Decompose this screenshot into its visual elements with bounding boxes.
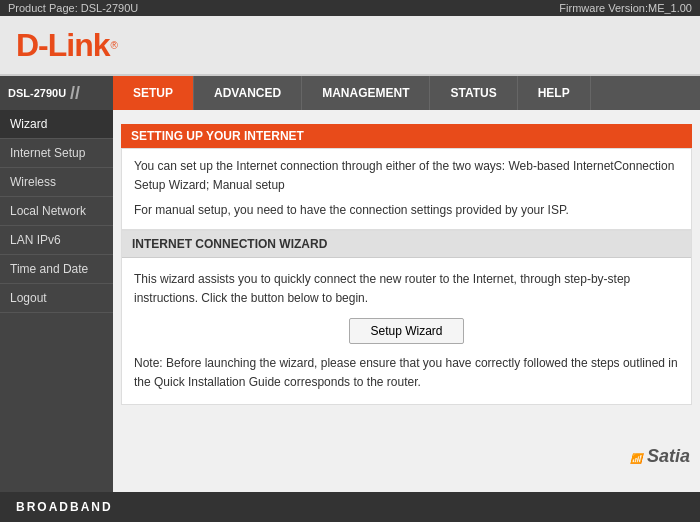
intro-paragraph-2: For manual setup, you need to have the c… xyxy=(134,201,679,220)
firmware-label: Firmware Version:ME_1.00 xyxy=(559,2,692,14)
setup-wizard-button[interactable]: Setup Wizard xyxy=(349,318,463,344)
intro-paragraph-1: You can set up the Internet connection t… xyxy=(134,157,679,195)
wizard-box: INTERNET CONNECTION WIZARD This wizard a… xyxy=(121,230,692,406)
sidebar: Wizard Internet Setup Wireless Local Net… xyxy=(0,110,113,492)
tab-setup[interactable]: SETUP xyxy=(113,76,194,110)
brand-label: BROADBAND xyxy=(16,500,113,514)
header: D-Link® xyxy=(0,16,700,76)
top-bar: Product Page: DSL-2790U Firmware Version… xyxy=(0,0,700,16)
router-model-label: DSL-2790U // xyxy=(0,76,113,110)
nav-tabs: DSL-2790U // SETUP ADVANCED MANAGEMENT S… xyxy=(0,76,700,110)
sidebar-item-time-and-date[interactable]: Time and Date xyxy=(0,255,113,284)
tab-management[interactable]: MANAGEMENT xyxy=(302,76,430,110)
logo-trademark: ® xyxy=(111,40,118,51)
wizard-body: This wizard assists you to quickly conne… xyxy=(122,258,691,405)
intro-text: You can set up the Internet connection t… xyxy=(121,148,692,230)
sidebar-item-local-network[interactable]: Local Network xyxy=(0,197,113,226)
wizard-header: INTERNET CONNECTION WIZARD xyxy=(122,231,691,258)
wizard-note: Note: Before launching the wizard, pleas… xyxy=(134,354,679,392)
sidebar-item-lan-ipv6[interactable]: LAN IPv6 xyxy=(0,226,113,255)
tab-advanced[interactable]: ADVANCED xyxy=(194,76,302,110)
sidebar-item-wizard[interactable]: Wizard xyxy=(0,110,113,139)
main-layout: Wizard Internet Setup Wireless Local Net… xyxy=(0,110,700,492)
tab-status[interactable]: STATUS xyxy=(430,76,517,110)
sidebar-item-logout[interactable]: Logout xyxy=(0,284,113,313)
satia-icon: 📶 xyxy=(630,453,642,464)
product-label: Product Page: DSL-2790U xyxy=(8,2,138,14)
logo-text: D-Link xyxy=(16,27,110,64)
logo: D-Link® xyxy=(16,27,118,64)
sidebar-item-internet-setup[interactable]: Internet Setup xyxy=(0,139,113,168)
tab-help[interactable]: HELP xyxy=(518,76,591,110)
satia-logo: 📶 Satia xyxy=(630,446,690,467)
footer-brand: BROADBAND xyxy=(0,492,700,522)
satia-text: Satia xyxy=(647,446,690,466)
sidebar-item-wireless[interactable]: Wireless xyxy=(0,168,113,197)
intro-section: SETTING UP YOUR INTERNET You can set up … xyxy=(113,116,700,230)
wizard-description: This wizard assists you to quickly conne… xyxy=(134,270,679,308)
content-area: SETTING UP YOUR INTERNET You can set up … xyxy=(113,110,700,492)
content-wrapper: SETTING UP YOUR INTERNET You can set up … xyxy=(113,110,700,421)
intro-header: SETTING UP YOUR INTERNET xyxy=(121,124,692,148)
